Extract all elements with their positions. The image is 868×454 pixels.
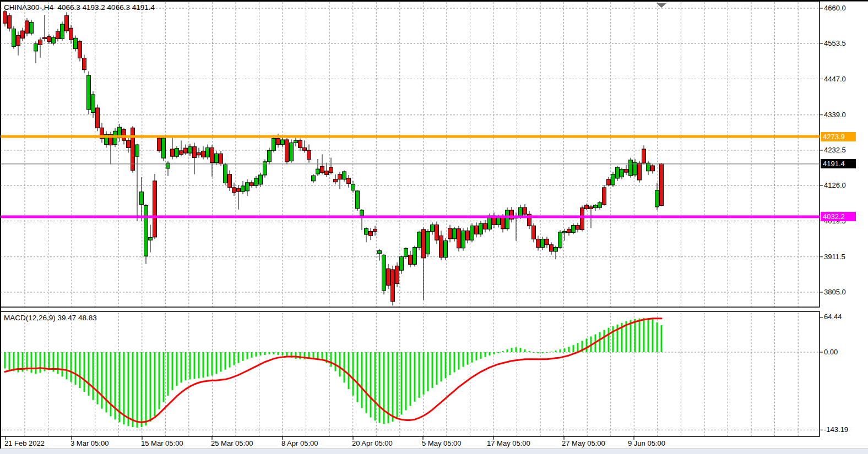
time-axis-label: 15 Mar 05:00	[141, 439, 183, 447]
time-axis-label: 20 Apr 05:00	[352, 439, 393, 447]
macd-indicator-label: MACD(12,26,9) 39.47 48.83	[4, 314, 97, 322]
price-axis-label: 4447.0	[824, 75, 846, 83]
price-axis-label: 4339.0	[824, 111, 846, 119]
price-axis-label: 3805.0	[824, 288, 846, 296]
mt4-chart-window: CHINA300-,H4 4066.3 4193.2 4066.3 4191.4…	[0, 0, 868, 454]
time-axis-label: 8 Apr 05:00	[281, 439, 318, 447]
macd-axis-label: -143.19	[824, 425, 848, 434]
price-axis-label: 4232.5	[824, 146, 846, 154]
last-price-badge: 4191.4	[821, 159, 856, 168]
time-axis-label: 9 Jun 05:00	[628, 439, 665, 447]
price-axis-label: 3911.5	[824, 253, 845, 261]
time-axis-label: 3 Mar 05:00	[70, 439, 109, 447]
time-axis-label: 21 Feb 2022	[4, 439, 45, 447]
price-axis-label: 4660.0	[824, 4, 846, 12]
resistance-price-badge: 4273.9	[821, 132, 856, 141]
time-axis-label: 17 May 05:00	[487, 439, 530, 447]
chart-canvas[interactable]	[0, 0, 868, 454]
window-footer-strip	[0, 448, 868, 454]
support-price-badge: 4032.2	[821, 212, 856, 221]
time-axis-label: 5 May 05:00	[422, 439, 462, 447]
macd-axis-label: 64.44	[824, 313, 842, 321]
price-axis-label: 4126.0	[824, 181, 846, 189]
macd-axis-label: 0.00	[824, 348, 838, 356]
time-axis-label: 25 Mar 05:00	[211, 439, 253, 447]
chart-title: CHINA300-,H4 4066.3 4193.2 4066.3 4191.4	[4, 3, 155, 12]
time-axis-label: 27 May 05:00	[562, 439, 605, 447]
price-axis-label: 4553.5	[824, 39, 846, 47]
